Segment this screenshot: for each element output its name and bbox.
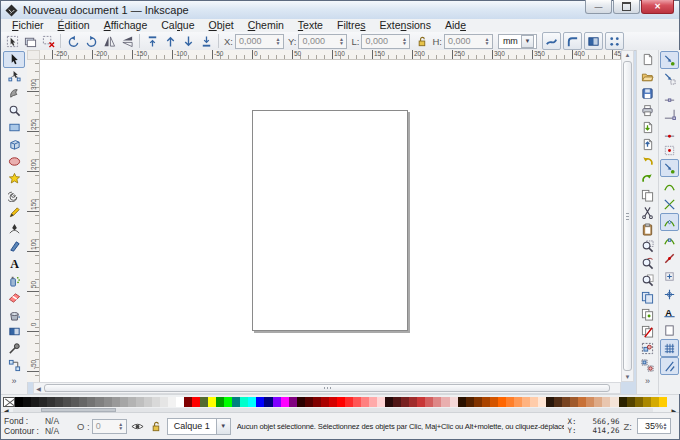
affect-stroke-toggle[interactable]	[542, 32, 561, 50]
color-swatch[interactable]	[224, 397, 232, 407]
menu-texte[interactable]: Texte	[291, 19, 330, 32]
y-input[interactable]: 0,000▲▼	[298, 34, 347, 49]
h-input[interactable]: 0,000▲▼	[444, 34, 493, 49]
color-swatch[interactable]	[353, 397, 361, 407]
raise-to-top-button[interactable]	[143, 33, 161, 49]
snap-cusp-nodes-toggle[interactable]	[660, 213, 679, 231]
color-swatch[interactable]	[401, 397, 409, 407]
color-swatch[interactable]	[417, 397, 425, 407]
tool-gradient[interactable]	[3, 323, 25, 340]
color-swatch[interactable]	[594, 397, 602, 407]
select-all-button[interactable]	[3, 33, 21, 49]
color-swatch[interactable]	[369, 397, 377, 407]
color-swatch[interactable]	[232, 397, 240, 407]
deselect-button[interactable]	[39, 33, 57, 49]
close-button[interactable]: ✕	[641, 0, 674, 14]
color-swatch[interactable]	[321, 397, 329, 407]
flip-horizontal-button[interactable]	[100, 33, 118, 49]
color-swatch[interactable]	[361, 397, 369, 407]
tool-rectangle[interactable]	[3, 119, 25, 136]
title-bar[interactable]: Nouveau document 1 — Inkscape	[1, 1, 679, 20]
color-swatch[interactable]	[450, 397, 458, 407]
color-swatch[interactable]	[273, 397, 281, 407]
paste-button[interactable]	[638, 221, 657, 238]
color-swatch[interactable]	[602, 397, 610, 407]
affect-gradients-toggle[interactable]	[584, 32, 603, 50]
color-swatch[interactable]	[530, 397, 538, 407]
color-swatch[interactable]	[619, 397, 627, 407]
menu-filtres[interactable]: Filtres	[330, 19, 373, 32]
x-input[interactable]: 0,000▲▼	[235, 34, 284, 49]
color-swatch[interactable]	[305, 397, 313, 407]
menu-edition[interactable]: Édition	[51, 19, 97, 32]
opacity-input[interactable]: 0 ▲▼	[92, 419, 127, 434]
snap-bbox-centers-toggle[interactable]	[660, 141, 679, 159]
export-button[interactable]	[638, 136, 657, 153]
horizontal-scrollbar[interactable]: ◀ ▶	[33, 382, 621, 394]
color-swatch[interactable]	[337, 397, 345, 407]
color-swatch[interactable]	[192, 397, 200, 407]
unit-selector[interactable]: mm▼	[498, 34, 537, 49]
cut-button[interactable]	[638, 204, 657, 221]
layer-lock-toggle[interactable]	[149, 419, 163, 433]
tool-text[interactable]: A	[3, 255, 25, 272]
tool-box-3d[interactable]	[3, 136, 25, 153]
scroll-left-icon[interactable]: ◀	[34, 385, 43, 392]
horizontal-scrollbar-thumb[interactable]	[44, 384, 610, 392]
color-swatch[interactable]	[643, 397, 651, 407]
color-swatch[interactable]	[184, 397, 192, 407]
tool-spray[interactable]	[3, 272, 25, 289]
snap-page-border-toggle[interactable]	[660, 321, 679, 339]
color-swatch[interactable]	[659, 397, 667, 407]
print-button[interactable]	[638, 102, 657, 119]
w-spinner[interactable]: ▲▼	[400, 35, 408, 48]
snap-bbox-edges-toggle[interactable]	[660, 87, 679, 105]
color-swatch[interactable]	[289, 397, 297, 407]
color-swatch[interactable]	[55, 397, 63, 407]
current-layer[interactable]: Calque 1	[167, 418, 217, 435]
flip-vertical-button[interactable]	[118, 33, 136, 49]
color-swatch[interactable]	[168, 397, 176, 407]
save-button[interactable]	[638, 85, 657, 102]
open-button[interactable]	[638, 68, 657, 85]
snap-guides-toggle[interactable]	[660, 357, 679, 375]
snap-text-baseline-toggle[interactable]: A	[660, 303, 679, 321]
menu-fichier[interactable]: Fichier	[5, 19, 51, 32]
menu-extensions[interactable]: Extensions	[373, 19, 438, 32]
duplicate-button[interactable]	[638, 289, 657, 306]
zoom-input[interactable]: 35% ▲▼	[637, 418, 671, 434]
snap-bbox-corners-toggle[interactable]	[660, 105, 679, 123]
tool-eraser[interactable]	[3, 289, 25, 306]
color-swatch[interactable]	[546, 397, 554, 407]
color-swatch[interactable]	[562, 397, 570, 407]
snap-path-intersections-toggle[interactable]	[660, 195, 679, 213]
snap-rotation-centers-toggle[interactable]	[660, 285, 679, 303]
rotate-cw-button[interactable]	[82, 33, 100, 49]
tool-ellipse[interactable]	[3, 153, 25, 170]
w-input[interactable]: 0,000▲▼	[361, 34, 410, 49]
vertical-scrollbar-thumb[interactable]	[623, 61, 632, 371]
color-swatch[interactable]	[71, 397, 79, 407]
color-swatch[interactable]	[152, 397, 160, 407]
color-swatch[interactable]	[458, 397, 466, 407]
copy-button[interactable]	[638, 187, 657, 204]
undo-button[interactable]	[638, 153, 657, 170]
redo-button[interactable]	[638, 170, 657, 187]
tool-pencil[interactable]	[3, 204, 25, 221]
color-swatch[interactable]	[281, 397, 289, 407]
tool-bezier-pen[interactable]	[3, 221, 25, 238]
opacity-spinner[interactable]: ▲▼	[117, 420, 125, 433]
color-swatch[interactable]	[466, 397, 474, 407]
new-document-button[interactable]	[638, 51, 657, 68]
clone-button[interactable]	[638, 306, 657, 323]
snap-grid-toggle[interactable]	[660, 339, 679, 357]
toolbox-overflow-button[interactable]: »	[11, 376, 16, 386]
color-swatch[interactable]	[474, 397, 482, 407]
color-swatch[interactable]	[425, 397, 433, 407]
color-swatch[interactable]	[240, 397, 248, 407]
color-swatch[interactable]	[128, 397, 136, 407]
color-swatch[interactable]	[120, 397, 128, 407]
unlink-clone-button[interactable]	[638, 323, 657, 340]
tool-paint-bucket[interactable]	[3, 306, 25, 323]
color-swatch[interactable]	[39, 397, 47, 407]
